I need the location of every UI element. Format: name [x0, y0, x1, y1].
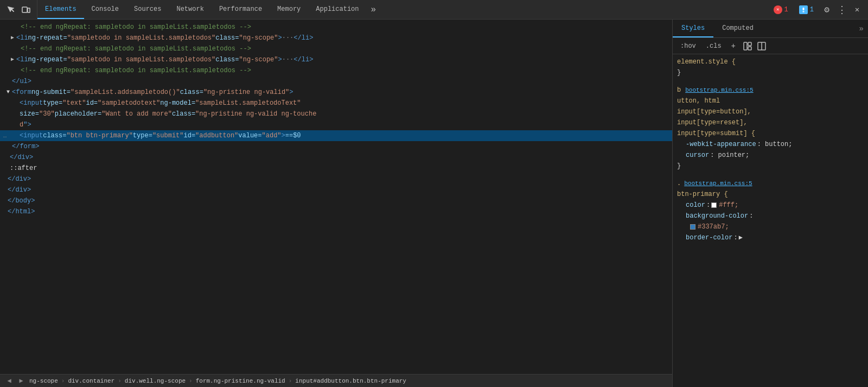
- styles-tab-computed[interactable]: Computed: [713, 20, 762, 37]
- code-line: </form>: [0, 141, 672, 152]
- ellipsis-icon: …: [0, 131, 10, 141]
- style-selector: .: [677, 178, 681, 189]
- styles-content[interactable]: element.style { } b bootstrap.min.css:5 …: [673, 54, 868, 387]
- elements-content[interactable]: <!-- end ngRepeat: sampletodo in sampleL…: [0, 20, 672, 374]
- style-source-link[interactable]: bootstrap.min.css:5: [684, 178, 752, 189]
- color-swatch-blue[interactable]: [690, 224, 695, 230]
- breadcrumb-item[interactable]: ng-scope: [28, 378, 59, 384]
- breadcrumb-bar: ◀ ▶ ng-scope › div.container › div.well.…: [0, 374, 672, 387]
- style-rule-bootstrap-btn: b bootstrap.min.css:5 utton, html input[…: [677, 85, 864, 172]
- menu-icon[interactable]: ⋮: [835, 3, 848, 16]
- breadcrumb-item[interactable]: input#addbutton.btn.btn-primary: [294, 378, 407, 384]
- tab-performance[interactable]: Performance: [212, 0, 270, 19]
- breadcrumb-item[interactable]: div.container: [67, 378, 116, 384]
- add-style-rule-icon[interactable]: +: [728, 41, 739, 52]
- svg-rect-0: [22, 7, 27, 12]
- tab-elements[interactable]: Elements: [37, 0, 84, 19]
- hov-button[interactable]: :hov: [677, 41, 699, 51]
- code-line: <!-- end ngRepeat: sampletodo in sampleL…: [0, 22, 672, 33]
- svg-rect-3: [802, 11, 804, 12]
- tab-memory[interactable]: Memory: [270, 0, 308, 19]
- tab-bar: Elements Console Sources Network Perform…: [0, 0, 868, 20]
- cls-button[interactable]: .cls: [703, 41, 725, 51]
- style-selector: b: [677, 85, 681, 96]
- breadcrumb-next-button[interactable]: ▶: [16, 376, 26, 386]
- device-toggle-icon[interactable]: [20, 3, 33, 16]
- styles-tab-more-button[interactable]: »: [855, 24, 868, 33]
- selected-element-line[interactable]: … <input class="btn btn-primary" type="s…: [0, 130, 672, 141]
- code-line: ::after: [0, 163, 672, 174]
- code-line: </div>: [0, 174, 672, 185]
- error-icon: ✕: [774, 5, 782, 14]
- code-line: <input type="text" id="sampletodotext" n…: [0, 98, 672, 109]
- styles-toolbar: :hov .cls +: [673, 38, 868, 54]
- style-source-link[interactable]: bootstrap.min.css:5: [685, 85, 753, 96]
- breadcrumb-item[interactable]: div.well.ng-scope: [124, 378, 187, 384]
- code-line: ▶ <li ng-repeat="sampletodo in sampleLis…: [0, 54, 672, 65]
- breadcrumb-prev-button[interactable]: ◀: [4, 376, 14, 386]
- code-line: d">: [0, 119, 672, 130]
- layout-icon[interactable]: [742, 41, 753, 52]
- tab-console[interactable]: Console: [84, 0, 126, 19]
- tab-sources[interactable]: Sources: [126, 0, 169, 19]
- elements-panel: <!-- end ngRepeat: sampletodo in sampleL…: [0, 20, 673, 387]
- warning-badge[interactable]: 1: [795, 4, 818, 15]
- svg-rect-6: [748, 47, 751, 50]
- code-line: size="30" placeholder="Want to add more"…: [0, 109, 672, 119]
- more-tabs-button[interactable]: »: [367, 0, 381, 19]
- code-line: ▶ <li ng-repeat="sampletodo in sampleLis…: [0, 33, 672, 43]
- close-icon[interactable]: ✕: [851, 3, 864, 16]
- code-line: </div>: [0, 152, 672, 163]
- code-line: </div>: [0, 185, 672, 195]
- breadcrumb-item[interactable]: form.ng-pristine.ng-valid: [195, 378, 286, 384]
- toggle-panel-icon[interactable]: [756, 41, 767, 52]
- svg-rect-2: [802, 8, 804, 10]
- code-line: </html>: [0, 206, 672, 217]
- inspect-icon[interactable]: [4, 3, 17, 16]
- tab-network[interactable]: Network: [169, 0, 211, 19]
- code-line: ▼ <form ng-submit="sampleList.addsamplet…: [0, 87, 672, 98]
- svg-rect-5: [748, 42, 751, 46]
- style-rule-btn-primary: . bootstrap.min.css:5 btn-primary { colo…: [677, 178, 864, 243]
- code-line: <!-- end ngRepeat: sampletodo in sampleL…: [0, 65, 672, 76]
- tab-right-actions: ✕ 1 1 ⚙ ⋮ ✕: [765, 0, 868, 19]
- styles-tab-bar: Styles Computed »: [673, 20, 868, 38]
- main-content: <!-- end ngRepeat: sampletodo in sampleL…: [0, 20, 868, 387]
- warning-icon: [799, 5, 808, 14]
- code-line: </body>: [0, 195, 672, 206]
- expand-border-color-icon[interactable]: ▶: [739, 232, 743, 243]
- tab-icons-group: [0, 0, 37, 19]
- styles-panel: Styles Computed » :hov .cls +: [673, 20, 868, 387]
- color-swatch-white[interactable]: [711, 202, 717, 208]
- element-style-rule: element.style { }: [677, 56, 864, 78]
- code-line: </ul>: [0, 76, 672, 87]
- error-badge[interactable]: ✕ 1: [769, 4, 793, 15]
- svg-rect-1: [28, 8, 30, 12]
- settings-icon[interactable]: ⚙: [820, 3, 833, 16]
- svg-rect-4: [744, 42, 747, 50]
- tab-application[interactable]: Application: [308, 0, 366, 19]
- styles-tab-styles[interactable]: Styles: [673, 20, 713, 37]
- code-line: <!-- end ngRepeat: sampletodo in sampleL…: [0, 43, 672, 54]
